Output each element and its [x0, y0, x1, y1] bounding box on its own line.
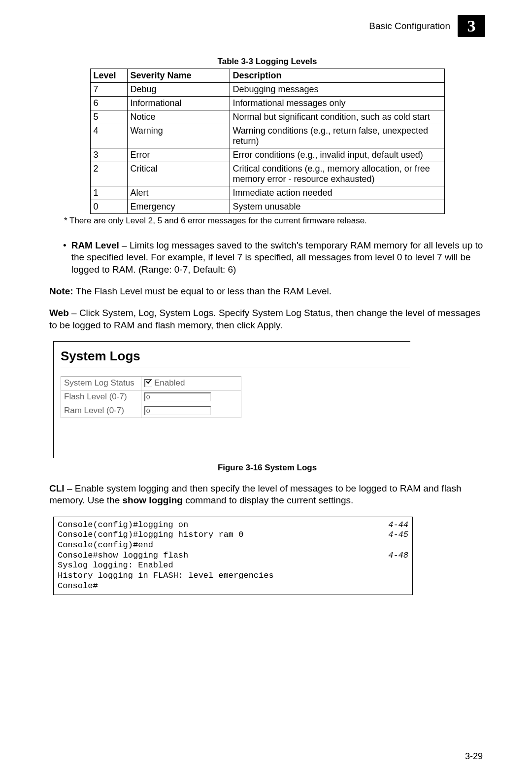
section-title: Basic Configuration: [369, 21, 450, 32]
web-dash: –: [69, 308, 79, 318]
col-name: Severity Name: [127, 69, 230, 83]
col-level: Level: [90, 69, 127, 83]
code-line: Syslog logging: Enabled: [58, 561, 408, 571]
table-cell-level: 0: [90, 200, 127, 214]
table-cell-name: Error: [127, 148, 230, 162]
cli-command: show logging: [123, 495, 183, 505]
flash-level-label: Flash Level (0-7): [61, 390, 141, 404]
table-cell-desc: Critical conditions (e.g., memory alloca…: [230, 162, 444, 186]
flash-level-note: Note: The Flash Level must be equal to o…: [49, 285, 485, 297]
cli-label: CLI: [49, 483, 65, 493]
table-row: 4WarningWarning conditions (e.g., return…: [90, 124, 444, 148]
table-cell-level: 5: [90, 110, 127, 124]
bullet-dash: –: [119, 240, 130, 250]
table-cell-name: Debug: [127, 83, 230, 97]
table-cell-level: 3: [90, 148, 127, 162]
status-cell: Enabled: [141, 376, 241, 390]
code-line: Console#show logging flash4-48: [58, 551, 408, 561]
table-cell-desc: Error conditions (e.g., invalid input, d…: [230, 148, 444, 162]
table-cell-name: Notice: [127, 110, 230, 124]
table-cell-desc: Normal but significant condition, such a…: [230, 110, 444, 124]
table-cell-level: 2: [90, 162, 127, 186]
bullet-body: Limits log messages saved to the switch'…: [71, 240, 483, 275]
code-ref: 4-44: [388, 520, 408, 530]
table-cell-name: Critical: [127, 162, 230, 186]
code-ref: 4-45: [388, 530, 408, 540]
page-header: Basic Configuration 3: [49, 15, 485, 37]
chapter-number-badge: 3: [458, 15, 485, 37]
code-line: Console(config)#end: [58, 540, 408, 551]
bullet-mark: •: [63, 240, 66, 276]
webfig-heading: System Logs: [61, 349, 410, 364]
cli-instructions: CLI – Enable system logging and then spe…: [49, 483, 485, 507]
ram-level-bullet: • RAM Level – Limits log messages saved …: [49, 240, 485, 276]
code-text: Console(config)#logging on: [58, 520, 188, 530]
code-text: Console(config)#end: [58, 540, 153, 551]
table-cell-level: 6: [90, 97, 127, 110]
enabled-checkbox[interactable]: [144, 379, 152, 387]
form-row-flash: Flash Level (0-7): [61, 390, 241, 404]
ram-level-label: Ram Level (0-7): [61, 404, 141, 418]
web-label: Web: [49, 308, 69, 318]
code-ref: 4-48: [388, 551, 408, 561]
table-cell-desc: Debugging messages: [230, 83, 444, 97]
table-row: 2CriticalCritical conditions (e.g., memo…: [90, 162, 444, 186]
system-logs-form: System Log Status Enabled Flash Level (0…: [61, 376, 241, 418]
flash-level-cell: [141, 390, 241, 404]
table-cell-level: 7: [90, 83, 127, 97]
code-text: Console(config)#logging history ram 0: [58, 530, 243, 540]
code-text: History logging in FLASH: level emergenc…: [58, 571, 274, 581]
table-footnote: * There are only Level 2, 5 and 6 error …: [64, 216, 485, 226]
cli-text2: command to display the current settings.: [183, 495, 353, 505]
table-cell-level: 4: [90, 124, 127, 148]
table-header-row: Level Severity Name Description: [90, 69, 444, 83]
cli-dash: –: [65, 483, 75, 493]
table-caption: Table 3-3 Logging Levels: [49, 57, 485, 67]
flash-level-input[interactable]: [144, 392, 211, 401]
code-text: Syslog logging: Enabled: [58, 561, 173, 571]
table-row: 0EmergencySystem unusable: [90, 200, 444, 214]
web-text: Click System, Log, System Logs. Specify …: [49, 308, 480, 330]
col-desc: Description: [230, 69, 444, 83]
table-cell-name: Emergency: [127, 200, 230, 214]
ram-level-input[interactable]: [144, 406, 211, 415]
table-cell-desc: Informational messages only: [230, 97, 444, 110]
bullet-text: RAM Level – Limits log messages saved to…: [71, 240, 485, 276]
web-instructions: Web – Click System, Log, System Logs. Sp…: [49, 307, 485, 331]
figure-caption: Figure 3-16 System Logs: [49, 463, 485, 473]
system-logs-figure: System Logs System Log Status Enabled Fl…: [53, 341, 410, 458]
bullet-term: RAM Level: [71, 240, 119, 250]
table-cell-desc: Warning conditions (e.g., return false, …: [230, 124, 444, 148]
code-line: Console#: [58, 581, 408, 592]
table-row: 1AlertImmediate action needed: [90, 186, 444, 200]
table-cell-desc: System unusable: [230, 200, 444, 214]
logging-levels-table: Level Severity Name Description 7DebugDe…: [90, 69, 445, 214]
table-cell-name: Informational: [127, 97, 230, 110]
code-text: Console#show logging flash: [58, 551, 188, 561]
form-row-ram: Ram Level (0-7): [61, 404, 241, 418]
table-cell-level: 1: [90, 186, 127, 200]
table-row: 5NoticeNormal but significant condition,…: [90, 110, 444, 124]
table-row: 7DebugDebugging messages: [90, 83, 444, 97]
code-line: History logging in FLASH: level emergenc…: [58, 571, 408, 581]
code-line: Console(config)#logging on4-44: [58, 520, 408, 530]
table-row: 3ErrorError conditions (e.g., invalid in…: [90, 148, 444, 162]
table-cell-name: Warning: [127, 124, 230, 148]
table-row: 6InformationalInformational messages onl…: [90, 97, 444, 110]
page-number: 3-29: [465, 751, 483, 762]
note-text: The Flash Level must be equal to or less…: [73, 286, 332, 296]
webfig-divider: [61, 367, 410, 367]
code-line: Console(config)#logging history ram 04-4…: [58, 530, 408, 540]
note-label: Note:: [49, 286, 73, 296]
ram-level-cell: [141, 404, 241, 418]
code-text: Console#: [58, 581, 98, 592]
status-label: System Log Status: [61, 376, 141, 390]
cli-code-block: Console(config)#logging on4-44Console(co…: [53, 517, 413, 595]
table-cell-desc: Immediate action needed: [230, 186, 444, 200]
form-row-status: System Log Status Enabled: [61, 376, 241, 390]
table-cell-name: Alert: [127, 186, 230, 200]
enabled-text: Enabled: [154, 378, 185, 387]
